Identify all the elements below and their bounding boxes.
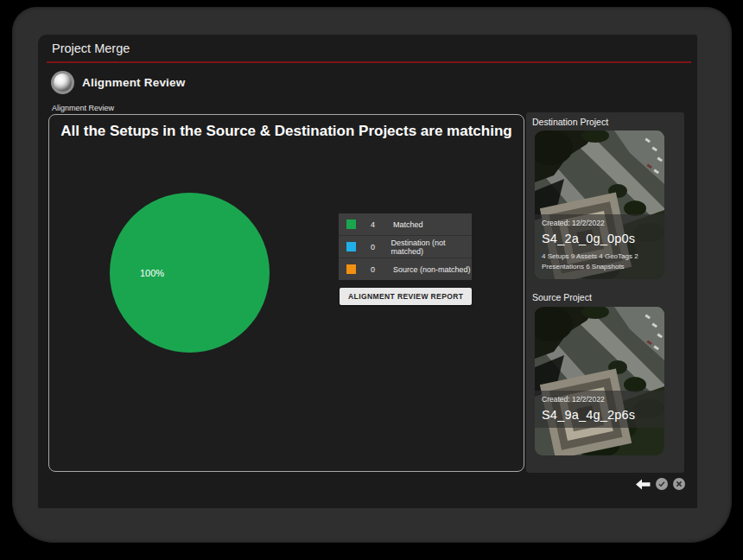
alignment-review-icon [51,71,74,94]
footer-actions [636,478,685,490]
project-merge-dialog: Project Merge Alignment Review Alignment… [38,35,697,508]
destination-project-card[interactable]: Created: 12/2/2022 S4_2a_0g_0p0s 4 Setup… [535,130,664,279]
matched-count: 4 [371,220,393,229]
app-window-frame: Project Merge Alignment Review Alignment… [12,7,732,543]
matched-swatch [346,220,356,229]
destination-card-overlay: Created: 12/2/2022 S4_2a_0g_0p0s 4 Setup… [535,214,664,279]
matching-message: All the Setups in the Source & Destinati… [49,123,524,140]
legend-row-source-non-matched: 0 Source (non-matched) [339,258,472,280]
destination-project-label: Destination Project [532,117,608,127]
source-swatch [346,264,356,274]
confirm-check-icon[interactable] [656,478,668,490]
alignment-review-panel: All the Setups in the Source & Destinati… [48,114,524,472]
panel-label: Alignment Review [52,104,114,112]
dialog-title: Project Merge [52,41,130,55]
pie-percentage-label: 100% [140,268,164,278]
destination-label: Destination (not matched) [391,239,472,256]
section-header: Alignment Review [51,71,185,94]
alignment-review-report-button[interactable]: ALIGNMENT REVIEW REPORT [340,288,472,305]
red-divider [47,61,691,63]
legend-row-matched: 4 Matched [339,213,472,235]
source-card-overlay: Created: 12/2/2022 S4_9a_4g_2p6s [535,391,664,428]
source-label: Source (non-matched) [393,265,471,274]
destination-swatch [346,242,356,251]
legend-row-destination-not-matched: 0 Destination (not matched) [339,235,472,258]
pie-chart: 100% [110,193,270,353]
source-created-date: Created: 12/2/2022 [542,395,657,404]
source-count: 0 [371,265,393,274]
section-title: Alignment Review [82,76,185,89]
destination-created-date: Created: 12/2/2022 [542,219,657,227]
projects-sidebar: Destination Project Created: 12/2/2022 S… [526,112,684,473]
matched-label: Matched [393,220,423,229]
destination-count: 0 [371,243,391,251]
source-aerial-image [535,307,664,455]
source-project-card[interactable]: Created: 12/2/2022 S4_9a_4g_2p6s [535,307,664,455]
source-project-label: Source Project [532,292,592,302]
cancel-close-icon[interactable] [673,478,685,490]
chart-legend: 4 Matched 0 Destination (not matched) 0 … [339,213,472,280]
source-project-name: S4_9a_4g_2p6s [542,408,657,422]
destination-project-name: S4_2a_0g_0p0s [542,232,657,245]
back-arrow-icon[interactable] [636,479,651,490]
destination-project-stats: 4 Setups 9 Assets 4 GeoTags 2 Presentati… [542,251,652,273]
